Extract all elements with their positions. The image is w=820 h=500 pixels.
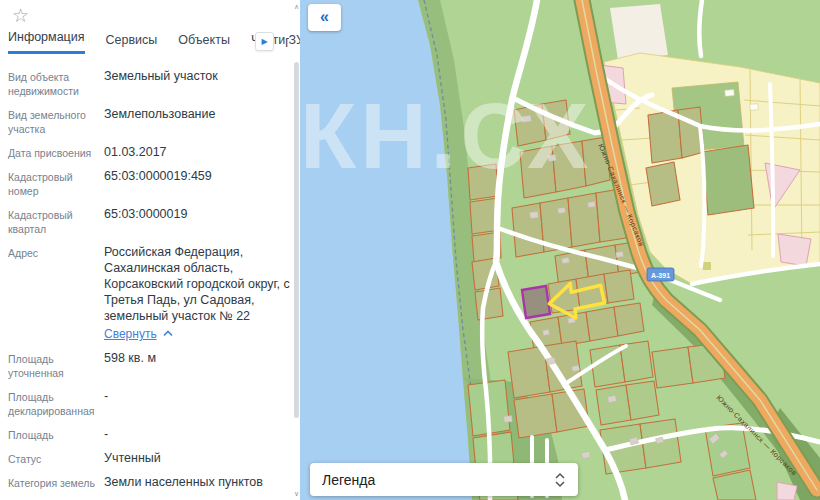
scrollbar-up-icon[interactable]: ∧ bbox=[294, 3, 299, 10]
field-row-area-refined: Площадь уточненная 598 кв. м bbox=[8, 350, 292, 380]
tab-bar: Информация Сервисы Объекты Части ЗУ Сост… bbox=[0, 28, 292, 54]
scrollbar-down-icon[interactable]: ∨ bbox=[294, 490, 299, 497]
scrollbar-thumb[interactable] bbox=[294, 62, 299, 418]
tab-objects[interactable]: Объекты bbox=[178, 33, 230, 54]
address-text: Российская Федерация, Сахалинская област… bbox=[104, 245, 290, 323]
collapse-address-link[interactable]: Свернуть bbox=[104, 326, 157, 342]
field-label: Вид земельного участка bbox=[8, 106, 98, 136]
field-value: Землепользование bbox=[104, 106, 292, 136]
field-value: Земельный участок bbox=[104, 68, 292, 98]
field-label: Статус bbox=[8, 450, 98, 466]
field-label: Площадь уточненная bbox=[8, 350, 98, 380]
selected-parcel[interactable] bbox=[522, 286, 550, 318]
chevron-right-icon: ▶ bbox=[261, 38, 267, 46]
field-value: - bbox=[104, 388, 292, 418]
field-label: Адрес bbox=[8, 244, 98, 342]
field-value: - bbox=[104, 426, 292, 442]
map-svg[interactable]: Южно-Сахалинск — Корсаков Южно-Сахалинск… bbox=[300, 0, 820, 500]
field-row-area: Площадь - bbox=[8, 426, 292, 442]
field-label: Вид объекта недвижимости bbox=[8, 68, 98, 98]
favorite-star-icon[interactable]: ☆ bbox=[12, 5, 29, 26]
field-value: 01.03.2017 bbox=[104, 144, 292, 160]
tab-information[interactable]: Информация bbox=[8, 30, 85, 54]
field-row-status: Статус Учтенный bbox=[8, 450, 292, 466]
field-value: 65:03:0000019 bbox=[104, 206, 292, 236]
field-label: Кадастровый квартал bbox=[8, 206, 98, 236]
tabs-scroll-right-button[interactable]: ▶ bbox=[255, 32, 274, 51]
field-label: Площадь bbox=[8, 426, 98, 442]
legend-label: Легенда bbox=[322, 472, 375, 488]
map-canvas[interactable]: Южно-Сахалинск — Корсаков Южно-Сахалинск… bbox=[300, 0, 820, 500]
pale-area-top bbox=[610, 4, 668, 60]
collapse-panel-button[interactable]: « bbox=[308, 4, 341, 31]
field-label: Категория земель bbox=[8, 474, 98, 490]
field-row-area-declared: Площадь декларированная - bbox=[8, 388, 292, 418]
field-value: Учтенный bbox=[104, 450, 292, 466]
tab-partial-clipped: П bbox=[285, 36, 289, 50]
field-label: Дата присвоения bbox=[8, 144, 98, 160]
info-panel: ☆ Информация Сервисы Объекты Части ЗУ Со… bbox=[0, 0, 300, 500]
chevron-up-icon[interactable] bbox=[163, 325, 173, 341]
field-value: Земли населенных пунктов bbox=[104, 474, 292, 490]
highway-shield-text: А-391 bbox=[651, 272, 670, 279]
field-row-parcel-kind: Вид земельного участка Землепользование bbox=[8, 106, 292, 136]
field-value: Российская Федерация, Сахалинская област… bbox=[104, 244, 292, 342]
field-value: 65:03:0000019:459 bbox=[104, 168, 292, 198]
field-row-cadastral-number: Кадастровый номер 65:03:0000019:459 bbox=[8, 168, 292, 198]
legend-selector[interactable]: Легенда bbox=[310, 463, 578, 496]
field-row-object-type: Вид объекта недвижимости Земельный участ… bbox=[8, 68, 292, 98]
field-row-assign-date: Дата присвоения 01.03.2017 bbox=[8, 144, 292, 160]
tab-services[interactable]: Сервисы bbox=[106, 33, 158, 54]
watermark-text: КН.СХ bbox=[300, 85, 592, 187]
field-label: Площадь декларированная bbox=[8, 388, 98, 418]
field-row-address: Адрес Российская Федерация, Сахалинская … bbox=[8, 244, 292, 342]
cadastral-map-app: ☆ Информация Сервисы Объекты Части ЗУ Со… bbox=[0, 0, 820, 500]
field-row-cadastral-block: Кадастровый квартал 65:03:0000019 bbox=[8, 206, 292, 236]
field-label: Кадастровый номер bbox=[8, 168, 98, 198]
field-row-land-category: Категория земель Земли населенных пункто… bbox=[8, 474, 292, 490]
sort-chevrons-icon bbox=[554, 472, 566, 488]
chevron-double-left-icon: « bbox=[320, 9, 329, 25]
field-list: Вид объекта недвижимости Земельный участ… bbox=[0, 54, 292, 500]
highway-shield: А-391 bbox=[647, 268, 674, 281]
panel-scrollbar[interactable]: ∧ ∨ bbox=[292, 0, 300, 500]
field-value: 598 кв. м bbox=[104, 350, 292, 380]
panel-header: ☆ bbox=[0, 0, 292, 28]
